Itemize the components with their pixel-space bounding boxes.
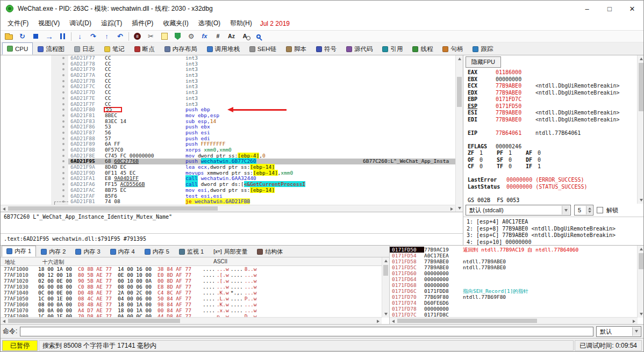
disasm-row[interactable]: 6AD21F8653push ebx	[1, 124, 455, 130]
disasm-row[interactable]: 6AD21F7FCCint3	[1, 102, 455, 107]
calling-convention-select[interactable]: 默认 (stdcall)	[466, 205, 571, 215]
breakpoint-gutter[interactable]	[51, 153, 68, 159]
tab-dump-3[interactable]: 内存 3	[70, 246, 105, 257]
menu-item[interactable]: 追踪(T)	[96, 17, 127, 30]
toolbar-font-icon[interactable]: Az	[225, 31, 238, 42]
tab-watch-1[interactable]: 监视 1	[174, 246, 209, 257]
stack-row[interactable]: 0171FD74D60FE6D6	[390, 300, 644, 306]
memory-row[interactable]: 77AF10801C 00 1E 0070 D8 AE 770A 00 0C 0…	[1, 313, 382, 317]
toolbar-run-to-return-icon[interactable]: ↑	[101, 31, 113, 42]
tab-source[interactable]: 源代码	[341, 43, 378, 55]
disasm-row[interactable]: 6AD21F7CCCint3	[1, 84, 455, 90]
tab-seh[interactable]: SEH链	[245, 43, 281, 55]
toolbar-run-icon[interactable]: →	[43, 31, 55, 42]
disasm-vscrollbar[interactable]	[455, 55, 463, 212]
scroll-down-icon[interactable]	[638, 197, 644, 204]
scrollbar-thumb[interactable]	[639, 253, 643, 269]
breakpoint-gutter[interactable]	[51, 55, 68, 61]
breakpoint-gutter[interactable]	[51, 147, 68, 153]
breakpoint-gutter[interactable]	[51, 141, 68, 147]
register-row[interactable]: ZF1PF1AF0	[468, 150, 637, 157]
toolbar-open-file-icon[interactable]	[3, 31, 15, 42]
breakpoint-gutter[interactable]	[51, 159, 68, 164]
breakpoint-gutter[interactable]	[51, 136, 68, 142]
tab-dump-5[interactable]: 内存 5	[140, 246, 174, 257]
menu-item[interactable]: 视图(V)	[33, 17, 65, 30]
scroll-up-icon[interactable]	[638, 246, 644, 253]
register-row[interactable]: ESP0171FD50	[468, 103, 637, 110]
toolbar-shield-icon[interactable]	[171, 31, 184, 42]
toolbar-scissors-icon[interactable]: ✂	[145, 31, 157, 42]
minimize-button[interactable]: –	[576, 1, 598, 17]
toolbar-search-icon[interactable]	[252, 31, 264, 42]
segment-registers[interactable]: GS 002B FS 0053	[468, 197, 637, 204]
toolbar-seatbelt-icon[interactable]: 8	[131, 31, 144, 42]
toolbar-stop-icon[interactable]	[30, 31, 42, 42]
tab-dump-1[interactable]: 内存 1	[2, 246, 36, 257]
toolbar-pause-icon[interactable]	[56, 31, 69, 42]
stack-row[interactable]: 0171FD5877B9ABE0ntdll.77B9ABE0	[390, 258, 644, 264]
stack-row[interactable]: 0171FD6C0171FDD8指向SEH_Record[1]的指针	[390, 288, 644, 294]
breakpoint-gutter[interactable]	[51, 188, 68, 193]
toolbar-step-into-icon[interactable]: ↓	[74, 31, 86, 42]
breakpoint-gutter[interactable]	[51, 182, 68, 188]
menu-item[interactable]: 调试(D)	[65, 17, 96, 30]
memory-vscrollbar[interactable]	[382, 257, 389, 318]
disasm-row[interactable]: 6AD21F79CCint3	[1, 67, 455, 73]
scrollbar-thumb[interactable]	[639, 63, 643, 111]
tab-dump-2[interactable]: 内存 2	[36, 246, 70, 257]
breakpoint-gutter[interactable]	[51, 90, 68, 96]
command-input[interactable]	[20, 327, 593, 336]
stack-vscrollbar[interactable]	[637, 246, 644, 318]
stack-row[interactable]: 0171FD54A0C17EEA	[390, 253, 644, 258]
menu-item[interactable]: 收藏夹(I)	[158, 17, 193, 30]
registers-vscrollbar[interactable]	[637, 55, 644, 204]
breakpoint-gutter[interactable]	[51, 102, 68, 107]
breakpoint-gutter[interactable]	[51, 170, 68, 176]
scrollbar-thumb[interactable]	[383, 265, 388, 276]
tab-cpu[interactable]: CPU	[2, 42, 33, 55]
toolbar-restart-icon[interactable]: ↻	[16, 31, 28, 42]
breakpoint-gutter[interactable]	[51, 78, 68, 84]
spinner-arrows-icon[interactable]	[586, 206, 592, 214]
argument-row[interactable]: 3: [esp+C] 77B9ABE0 <ntdll.DbgUiRemoteBr…	[467, 232, 641, 239]
breakpoint-gutter[interactable]	[51, 124, 68, 130]
toolbar-step-over-icon[interactable]: ↷	[87, 31, 99, 42]
memory-row[interactable]: 77AF103006 00 08 00C0 8B AE 7708 00 06 0…	[1, 284, 382, 290]
menu-item[interactable]: 选项(O)	[194, 17, 225, 30]
register-row[interactable]: LastStatus00000000 (STATUS_SUCCESS)	[468, 184, 637, 191]
memory-row[interactable]: 77AF102002 00 0E 0090 5B AE 7700 10 00 0…	[1, 278, 382, 284]
disasm-row[interactable]: 6AD21F7ACCint3	[1, 73, 455, 78]
disasm-hscrollbar[interactable]	[1, 205, 455, 212]
breakpoint-gutter[interactable]	[51, 96, 68, 102]
tab-graph[interactable]: 流程图	[33, 43, 69, 55]
maximize-button[interactable]: □	[598, 1, 621, 17]
register-row[interactable]: EAX01186000	[468, 69, 637, 76]
stack-row[interactable]: 0171FD6800000000	[390, 282, 644, 288]
breakpoint-gutter[interactable]	[51, 73, 68, 78]
argument-row[interactable]: 2: [esp+8] 77B9ABE0 <ntdll.DbgUiRemoteBr…	[467, 226, 641, 233]
toolbar-step-back-icon[interactable]: ↶	[114, 31, 126, 42]
register-row[interactable]: CF0TF0IF1	[468, 163, 637, 170]
memory-row[interactable]: 77AF10400C 00 0E 00D0 4B AE 772A 00 2C 0…	[1, 290, 382, 296]
stack-hscrollbar[interactable]	[390, 317, 638, 324]
menu-item[interactable]: 帮助(H)	[225, 17, 257, 30]
register-row[interactable]: ESI77B9ABE0<ntdll.DbgUiRemoteBreakin>	[468, 110, 637, 117]
register-row[interactable]: EIP77B64061ntdll.77B64061	[468, 130, 637, 137]
scroll-down-icon[interactable]	[456, 205, 463, 212]
tab-script[interactable]: 脚本	[281, 43, 311, 55]
menu-item[interactable]: 文件(F)	[3, 17, 33, 30]
tab-handles[interactable]: 句柄	[438, 43, 468, 55]
breakpoint-gutter[interactable]	[51, 113, 68, 119]
scroll-down-icon[interactable]	[638, 311, 644, 318]
breakpoint-gutter[interactable]	[51, 67, 68, 73]
disasm-row[interactable]: 6AD21F78CCint3	[1, 61, 455, 67]
breakpoint-gutter[interactable]	[51, 176, 68, 182]
stack-row[interactable]: 0171FD7077B69F80ntdll.77B69F80	[390, 294, 644, 300]
disasm-row[interactable]: 6AD21F7DCCint3	[1, 90, 455, 96]
breakpoint-gutter[interactable]	[51, 119, 68, 125]
toolbar-settings-gears-icon[interactable]: ⚙	[185, 31, 197, 42]
breakpoint-gutter[interactable]	[51, 164, 68, 170]
register-row[interactable]: EFLAGS00000246	[468, 143, 637, 150]
stack-row[interactable]: 0171FD7800000000	[390, 306, 644, 312]
